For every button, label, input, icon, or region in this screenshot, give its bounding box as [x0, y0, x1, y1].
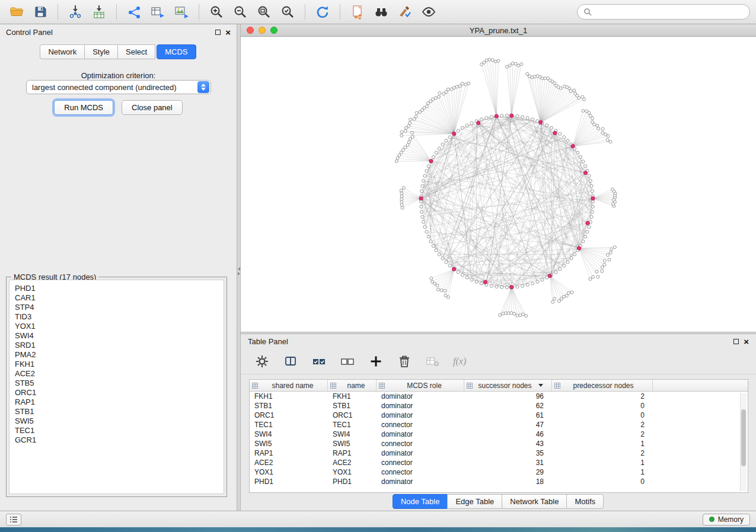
table-row[interactable]: RAP1RAP1dominator352 [250, 448, 748, 458]
table-cell: 35 [464, 449, 552, 457]
task-history-icon[interactable] [6, 514, 21, 525]
save-session-icon[interactable] [30, 2, 51, 21]
tab-motifs[interactable]: Motifs [566, 494, 604, 509]
tab-node-table[interactable]: Node Table [393, 494, 448, 509]
table-row[interactable]: SWI5SWI5connector431 [250, 439, 748, 448]
table-row[interactable]: PHD1PHD1dominator180 [250, 477, 748, 486]
tab-network[interactable]: Network [40, 44, 85, 59]
export-image-icon[interactable] [171, 2, 192, 21]
zoom-out-icon[interactable] [229, 2, 251, 21]
table-settings-gear-icon[interactable] [254, 353, 270, 370]
tab-edge-table[interactable]: Edge Table [447, 494, 502, 509]
node-table: shared name name MCDS role successor nod… [249, 379, 748, 493]
mcds-node-item[interactable]: STB1 [9, 407, 224, 416]
table-row[interactable]: SWI4SWI4dominator462 [250, 430, 748, 439]
mcds-node-item[interactable]: TID3 [9, 312, 224, 322]
network-view[interactable] [241, 37, 756, 332]
delete-column-icon[interactable] [396, 353, 413, 370]
mcds-node-item[interactable]: ORC1 [9, 388, 224, 398]
table-row[interactable]: ACE2ACE2connector311 [250, 458, 748, 467]
criterion-dropdown[interactable]: largest connected component (undirected) [26, 80, 211, 94]
mcds-node-item[interactable]: PHD1 [9, 284, 224, 293]
show-columns-icon[interactable] [282, 353, 299, 370]
close-panel-icon[interactable]: × [225, 28, 231, 37]
mcds-node-item[interactable]: STP4 [9, 303, 224, 312]
table-panel-title: Table Panel [248, 337, 288, 346]
tab-network-table[interactable]: Network Table [502, 494, 567, 509]
column-header-shared-name[interactable]: shared name [250, 380, 328, 391]
column-header-successor-nodes[interactable]: successor nodes [464, 380, 552, 391]
table-row[interactable]: TEC1TEC1connector472 [250, 420, 748, 430]
mcds-node-item[interactable]: TEC1 [9, 426, 224, 435]
table-row[interactable]: FKH1FKH1dominator962 [250, 392, 748, 401]
find-icon[interactable] [371, 2, 392, 21]
mcds-node-item[interactable]: SWI4 [9, 331, 224, 341]
table-cell: 1 [552, 440, 653, 448]
open-folder-icon[interactable] [6, 2, 27, 21]
table-cell: 1 [552, 459, 653, 467]
close-table-panel-icon[interactable]: × [744, 337, 749, 346]
zoom-fit-icon[interactable] [253, 2, 275, 21]
table-row[interactable]: STB1STB1dominator620 [250, 401, 748, 411]
add-column-icon[interactable] [368, 353, 384, 370]
mcds-node-item[interactable]: STB5 [9, 379, 224, 388]
apply-style-icon[interactable] [394, 2, 416, 21]
table-cell: YOX1 [328, 468, 377, 476]
mcds-node-item[interactable]: FKH1 [9, 360, 224, 369]
sort-direction-icon [538, 384, 543, 387]
zoom-in-icon[interactable] [206, 2, 227, 21]
import-table-icon[interactable] [88, 2, 110, 21]
table-cell: dominator [377, 411, 464, 419]
table-cell: TEC1 [328, 421, 377, 429]
close-panel-button[interactable]: Close panel [122, 100, 183, 115]
table-cell: PHD1 [328, 477, 377, 486]
table-cell: SWI4 [250, 430, 328, 438]
mcds-node-item[interactable]: ACE2 [9, 369, 224, 379]
table-cell: TEC1 [250, 421, 328, 429]
mcds-node-item[interactable]: RAP1 [9, 398, 224, 407]
float-table-panel-icon[interactable] [733, 339, 739, 344]
float-panel-icon[interactable] [215, 30, 221, 35]
table-scrollbar[interactable] [740, 393, 747, 491]
mcds-node-item[interactable]: CAR1 [9, 293, 224, 303]
tab-style[interactable]: Style [84, 44, 118, 59]
sort-icon [330, 383, 336, 389]
memory-button[interactable]: Memory [703, 514, 750, 525]
network-from-table-icon[interactable] [147, 2, 168, 21]
toolbar-separator [305, 4, 305, 20]
table-scrollbar-thumb[interactable] [741, 409, 746, 466]
column-header-mcds-role[interactable]: MCDS role [377, 380, 464, 391]
table-cell: 1 [552, 468, 653, 476]
toolbar-separator [340, 4, 340, 20]
column-header-name[interactable]: name [328, 380, 377, 391]
table-cell: 0 [552, 411, 653, 419]
import-network-icon[interactable] [65, 2, 86, 21]
zoom-selected-icon[interactable] [277, 2, 298, 21]
tab-mcds[interactable]: MCDS [157, 44, 196, 59]
table-row[interactable]: YOX1YOX1connector291 [250, 467, 748, 477]
share-document-icon[interactable] [347, 2, 368, 21]
mcds-node-item[interactable]: GCR1 [9, 435, 224, 445]
share-network-icon[interactable] [123, 2, 145, 21]
refresh-layout-icon[interactable] [312, 2, 333, 21]
status-bar: Memory [0, 511, 756, 527]
table-cell: YOX1 [250, 468, 328, 476]
deselect-all-rows-icon[interactable] [339, 353, 356, 370]
tab-select[interactable]: Select [117, 44, 155, 59]
mcds-node-item[interactable]: YOX1 [9, 322, 224, 331]
sort-icon [554, 383, 560, 389]
mcds-node-item[interactable]: SRD1 [9, 341, 224, 350]
select-all-rows-icon[interactable] [311, 353, 327, 370]
mcds-result-list[interactable]: PHD1CAR1STP4TID3YOX1SWI4SRD1PMA2FKH1ACE2… [9, 280, 224, 494]
mcds-node-item[interactable]: SWI5 [9, 416, 224, 426]
search-input[interactable] [595, 7, 744, 17]
search-box[interactable] [577, 4, 750, 20]
column-header-predecessor-nodes[interactable]: predecessor nodes [552, 380, 653, 391]
table-cell: 43 [464, 440, 552, 448]
table-row[interactable]: ORC1ORC1dominator610 [250, 411, 748, 420]
show-hide-icon[interactable] [418, 2, 439, 21]
control-panel: Control Panel × Network Style Select MCD… [0, 24, 237, 511]
table-cell: 31 [464, 459, 552, 467]
mcds-node-item[interactable]: PMA2 [9, 350, 224, 360]
run-mcds-button[interactable]: Run MCDS [54, 100, 113, 115]
